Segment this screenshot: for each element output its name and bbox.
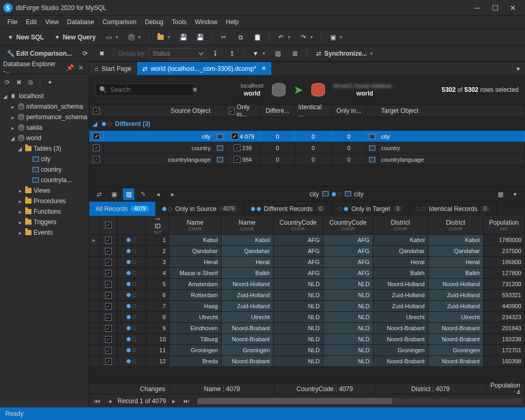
menu-help[interactable]: Help xyxy=(222,17,243,27)
menu-database[interactable]: Database xyxy=(63,17,98,27)
prev-record-icon[interactable]: ◂ xyxy=(105,397,114,405)
filter-identical[interactable]: Identical Records0 xyxy=(410,202,497,216)
target-dropdown[interactable]: ▣▾ xyxy=(326,31,346,44)
prev-diff-icon[interactable]: ◂ xyxy=(152,188,164,200)
menu-view[interactable]: View xyxy=(41,17,63,27)
tree-folder[interactable]: ▸Functions xyxy=(0,206,89,217)
maximize-button[interactable]: ☐ xyxy=(486,1,504,15)
paste-button[interactable]: 📋 xyxy=(250,31,265,44)
filter-all[interactable]: All Records4079 xyxy=(89,202,156,216)
db-dropdown[interactable]: ▾ xyxy=(124,31,144,44)
comparison-row[interactable]: ✓ city ✓ 4 079 0 0 0 city xyxy=(89,131,525,142)
copy-icon[interactable]: ⧉ xyxy=(26,78,35,87)
new-query-button[interactable]: ✦New Query xyxy=(50,31,100,44)
expand-button[interactable]: ⊞ xyxy=(288,47,302,60)
refresh-button[interactable]: ⟳ xyxy=(78,47,92,60)
data-row[interactable]: ✓ 4 Mazar-e-Sharif Balkh AFG AFG Balkh B… xyxy=(89,268,525,279)
col-name-src[interactable]: NameCHAR xyxy=(170,216,222,234)
copy-button[interactable]: ⧉ xyxy=(233,31,248,44)
col-target-object[interactable]: Target Object xyxy=(378,105,525,117)
filter-different[interactable]: Different Records0 xyxy=(245,202,332,216)
save-button[interactable]: 💾 xyxy=(176,31,191,44)
col-source-object[interactable]: Source Object xyxy=(104,105,214,117)
data-row[interactable]: ▸ ✓ 1 Kabul Kabol AFG AFG Kabol Kabol 17… xyxy=(89,235,525,246)
search-input[interactable] xyxy=(110,86,189,93)
col-id[interactable]: ⊸ IDINT xyxy=(146,216,170,234)
sort-desc-button[interactable]: ↥ xyxy=(225,47,239,60)
data-row[interactable]: ✓ 11 Groningen Groningen NLD NLD Groning… xyxy=(89,345,525,356)
first-record-icon[interactable]: ⏮ xyxy=(92,397,102,405)
redo-button[interactable]: ↷▾ xyxy=(296,31,317,44)
col-dist-tgt[interactable]: DistrictCHAR xyxy=(428,216,484,234)
filter-only-source[interactable]: Only in Source4079 xyxy=(156,202,245,216)
edit-icon[interactable]: ✎ xyxy=(138,188,149,200)
next-diff-icon[interactable]: ▸ xyxy=(167,188,178,200)
menu-file[interactable]: File xyxy=(3,17,22,27)
cancel-button[interactable]: ✖ xyxy=(94,47,109,60)
groupby-select[interactable]: Status xyxy=(148,48,206,59)
data-row[interactable]: ✓ 7 Haag Zuid-Holland NLD NLD Zuid-Holla… xyxy=(89,301,525,312)
swap-icon[interactable]: ⇄ xyxy=(93,188,105,200)
edit-comparison-button[interactable]: 🔧Edit Comparison... xyxy=(3,47,76,60)
data-row[interactable]: ✓ 5 Amsterdam Noord-Holland NLD NLD Noor… xyxy=(89,279,525,290)
data-row[interactable]: ✓ 9 Eindhoven Noord-Brabant NLD NLD Noor… xyxy=(89,323,525,334)
tree-table[interactable]: country xyxy=(0,164,89,175)
comparison-row[interactable]: ✓ country ✓ 239 0 0 0 country xyxy=(89,142,525,154)
col-dist-src[interactable]: DistrictCHAR xyxy=(373,216,428,234)
options-dropdown[interactable]: ▾ xyxy=(509,188,521,200)
tree-folder[interactable]: ▸Procedures xyxy=(0,196,89,206)
select-all-checkbox[interactable]: ✓ xyxy=(93,108,100,114)
col-name-tgt[interactable]: NameCHAR xyxy=(222,216,274,234)
comparison-row[interactable]: ✓ countrylanguage ✓ 984 0 0 0 countrylan… xyxy=(89,154,525,165)
menu-debug[interactable]: Debug xyxy=(141,17,167,27)
open-dropdown[interactable]: ▭▾ xyxy=(101,31,122,44)
tabs-overflow[interactable]: ▾ xyxy=(511,62,525,75)
data-row[interactable]: ✓ 8 Utrecht Utrecht NLD NLD Utrecht Utre… xyxy=(89,312,525,323)
grid-select-all[interactable]: ✓ xyxy=(105,222,112,228)
db-tree[interactable]: ◢localhost▸information_schema▸performanc… xyxy=(0,90,89,407)
col-identical[interactable]: Identical ... xyxy=(295,105,332,117)
tree-connection[interactable]: ◢localhost xyxy=(0,91,89,101)
menu-edit[interactable]: Edit xyxy=(22,17,41,27)
sort-asc-button[interactable]: ↧ xyxy=(208,47,223,60)
next-record-icon[interactable]: ▸ xyxy=(169,397,178,405)
clear-search-icon[interactable]: ✖ xyxy=(192,86,197,93)
tab-start-page[interactable]: ⌂ Start Page xyxy=(89,62,137,75)
cut-button[interactable]: ✂ xyxy=(216,31,231,44)
search-box[interactable]: 🔍 ✖ xyxy=(96,83,195,96)
tree-db[interactable]: ▸sakila xyxy=(0,122,89,133)
synchronize-button[interactable]: ⇄Synchronize...▾ xyxy=(311,47,376,60)
data-row[interactable]: ✓ 10 Tilburg Noord-Brabant NLD NLD Noord… xyxy=(89,334,525,345)
folder-open-button[interactable]: ▾ xyxy=(153,31,174,44)
undo-button[interactable]: ↶▾ xyxy=(274,31,294,44)
col-cc-src[interactable]: CountryCodeCHAR xyxy=(274,216,323,234)
delete-icon[interactable]: ✖ xyxy=(15,78,23,87)
minimize-button[interactable]: ─ xyxy=(468,1,486,15)
tree-db-world[interactable]: ◢world xyxy=(0,133,89,143)
last-record-icon[interactable]: ⏭ xyxy=(182,397,191,405)
tree-tables-folder[interactable]: ◢Tables (3) xyxy=(0,143,89,154)
tree-folder[interactable]: ▸Triggers xyxy=(0,217,89,227)
data-row[interactable]: ✓ 6 Rotterdam Zuid-Holland NLD NLD Zuid-… xyxy=(89,290,525,301)
data-row[interactable]: ✓ 3 Herat Herat AFG AFG Herat Herat 1868… xyxy=(89,257,525,268)
data-row[interactable]: ✓ 2 Qandahar Qandahar AFG AFG Qandahar Q… xyxy=(89,246,525,257)
columns-button[interactable]: ▥ xyxy=(271,47,286,60)
tree-folder[interactable]: ▸Views xyxy=(0,185,89,196)
tree-db[interactable]: ▸performance_schema xyxy=(0,112,89,122)
hscrollbar[interactable] xyxy=(197,398,522,404)
col-pop[interactable]: PopulationINT xyxy=(484,216,525,234)
menu-window[interactable]: Window xyxy=(191,17,222,27)
save-all-button[interactable]: 💾 xyxy=(193,31,207,44)
filter-only-target[interactable]: Only in Target0 xyxy=(332,202,409,216)
filter-button[interactable]: ▼▾ xyxy=(248,47,269,60)
data-row[interactable]: ✓ 12 Breda Noord-Brabant NLD NLD Noord-B… xyxy=(89,356,525,367)
col-cc-tgt[interactable]: CountryCodeCHAR xyxy=(323,216,373,234)
group-different[interactable]: ◢ Different (3) xyxy=(89,117,525,131)
view-split-icon[interactable]: ▥ xyxy=(123,188,134,200)
menu-tools[interactable]: Tools xyxy=(167,17,191,27)
tree-db[interactable]: ▸information_schema xyxy=(0,101,89,112)
menu-comparison[interactable]: Comparison xyxy=(98,17,141,27)
tab-comparison-doc[interactable]: ⇄ world (localhost..._com-3306).dcomp* ✕ xyxy=(137,62,272,75)
new-sql-button[interactable]: ✦New SQL xyxy=(3,31,48,44)
tree-table[interactable]: city xyxy=(0,154,89,164)
